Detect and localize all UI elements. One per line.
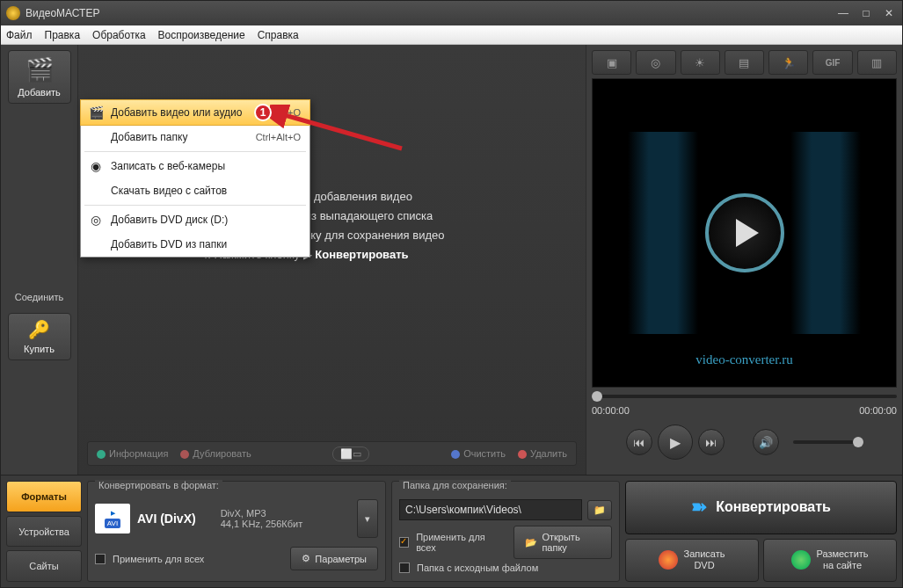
dd-shortcut: Ctrl+Alt+O [256,132,301,142]
text-icon[interactable]: ▤ [725,50,764,75]
burn-dvd-button[interactable]: Записать DVD [625,539,759,582]
preview-toolbar: ▣ ◎ ☀ ▤ 🏃 GIF ▥ [592,50,897,75]
speed-icon[interactable]: 🏃 [768,50,808,75]
brand-text: video-converter.ru [593,352,896,367]
browse-button[interactable]: 📁 [587,500,612,520]
titlebar: ВидеоМАСТЕР — □ ✕ [1,1,902,25]
dd-label: Добавить видео или аудио [111,106,242,119]
convert-arrow-icon: ➽ [691,496,707,519]
folder-panel-title: Папка для сохранения: [399,480,511,490]
callout-badge: 1 [254,104,272,121]
info-button[interactable]: Информация [97,448,168,459]
gear-icon: ⚙ [302,553,310,564]
globe-icon [791,550,811,570]
same-as-source-label: Папка с исходным файлом [417,563,538,573]
delete-button[interactable]: Удалить [518,448,567,459]
folder-apply-all-checkbox[interactable] [399,537,409,548]
webcam-icon: ◉ [88,158,104,174]
format-codec: DivX, MP3 [221,508,303,519]
left-sidebar: 🎬 Добавить Соединить 🔑 Купить [1,45,78,475]
format-panel: Конвертировать в формат: ▶AVI AVI (DivX)… [87,481,386,582]
format-file-icon: ▶AVI [95,504,130,534]
dd-add-folder[interactable]: Добавить папку Ctrl+Alt+O [81,125,309,149]
brightness-icon[interactable]: ☀ [681,50,720,75]
open-folder-button[interactable]: 📂 Открыть папку [513,526,612,559]
tab-formats[interactable]: Форматы [6,481,82,512]
main-area: 🎬 Добавить видео или аудио trl+O Добавит… [78,45,586,475]
dd-webcam[interactable]: ◉ Записать с веб-камеры [81,154,309,178]
next-button[interactable]: ⏭ [698,429,725,455]
tab-sites[interactable]: Сайты [6,550,82,582]
output-tabs: Форматы Устройства Сайты [6,481,82,582]
convert-label: Конвертировать [716,499,831,515]
publish-label: Разместить на сайте [816,548,868,571]
same-as-source-checkbox[interactable] [399,563,410,573]
format-dropdown-button[interactable]: ▾ [357,499,378,538]
dd-label: Записать с веб-камеры [111,160,225,172]
format-panel-title: Конвертировать в формат: [95,480,222,490]
menu-edit[interactable]: Правка [45,29,81,41]
dd-download[interactable]: Скачать видео с сайтов [81,178,309,203]
volume-slider[interactable] [793,440,863,444]
dd-label: Добавить DVD из папки [111,238,227,250]
menu-file[interactable]: Файл [6,29,33,41]
format-audio: 44,1 KHz, 256Кбит [221,519,303,529]
close-button[interactable]: ✕ [881,7,897,19]
add-label: Добавить [18,87,61,98]
duplicate-button[interactable]: Дублировать [180,448,251,459]
player-controls: ⏮ ▶ ⏭ 🔊 [592,425,897,460]
add-dropdown: 🎬 Добавить видео или аудио trl+O Добавит… [80,99,310,258]
folder-apply-all-label: Применить для всех [416,532,499,553]
dd-label: Добавить DVD диск (D:) [111,214,228,226]
convert-button[interactable]: ➽ Конвертировать [625,481,897,534]
key-icon: 🔑 [11,319,69,340]
menubar: Файл Правка Обработка Воспроизведение Сп… [1,25,902,45]
menu-playback[interactable]: Воспроизведение [158,29,245,41]
apply-all-checkbox[interactable] [95,554,106,564]
prev-button[interactable]: ⏮ [626,429,652,455]
view-toggle[interactable]: ⬜▭ [332,446,369,461]
tab-devices[interactable]: Устройства [6,516,82,548]
add-button[interactable]: 🎬 Добавить [8,50,71,104]
menu-process[interactable]: Обработка [92,29,146,41]
play-big-icon[interactable] [705,193,784,272]
dd-label: Скачать видео с сайтов [111,185,227,197]
gif-icon[interactable]: GIF [812,50,852,75]
add-icon: 🎬 [11,56,69,83]
params-button[interactable]: ⚙Параметры [290,547,378,570]
preview-screen: video-converter.ru [592,78,897,388]
crop-icon[interactable]: ▣ [592,50,631,75]
cut-icon[interactable]: ▥ [857,50,897,75]
blank-icon [88,236,104,252]
play-button[interactable]: ▶ [658,425,693,460]
format-name: AVI (DivX) [137,512,196,526]
buy-label: Купить [24,344,55,354]
clear-button[interactable]: Очистить [451,448,506,459]
blank-icon [88,183,104,199]
content: 🎬 Добавить Соединить 🔑 Купить 🎬 Добавить… [1,45,902,475]
dd-shortcut: trl+O [280,107,301,118]
output-path-input[interactable] [399,499,582,520]
minimize-button[interactable]: — [835,7,851,19]
list-toolbar: Информация Дублировать ⬜▭ Очистить Удали… [87,441,577,466]
dd-dvd-disc[interactable]: ◎ Добавить DVD диск (D:) [81,207,309,232]
menu-help[interactable]: Справка [258,29,299,41]
app-window: ВидеоМАСТЕР — □ ✕ Файл Правка Обработка … [0,0,903,588]
preview-column: ▣ ◎ ☀ ▤ 🏃 GIF ▥ video-converter.ru 00:00… [586,45,902,475]
volume-icon[interactable]: 🔊 [753,429,779,455]
maximize-button[interactable]: □ [858,7,874,19]
dd-add-video-audio[interactable]: 🎬 Добавить видео или аудио trl+O [80,99,310,126]
dd-dvd-folder[interactable]: Добавить DVD из папки [81,232,309,257]
publish-button[interactable]: Разместить на сайте [763,539,897,582]
time-current: 00:00:00 [592,405,630,416]
dvd-icon: ◎ [88,212,104,228]
seek-slider[interactable] [592,395,897,398]
join-label: Соединить [15,292,64,302]
apply-all-label: Применить для всех [113,554,204,564]
buy-button[interactable]: 🔑 Купить [8,313,71,360]
blank-icon [88,129,104,145]
app-title: ВидеоМАСТЕР [25,7,99,19]
effects-icon[interactable]: ◎ [636,50,675,75]
dvd-burn-icon [659,550,678,570]
film-plus-icon: 🎬 [88,105,104,120]
